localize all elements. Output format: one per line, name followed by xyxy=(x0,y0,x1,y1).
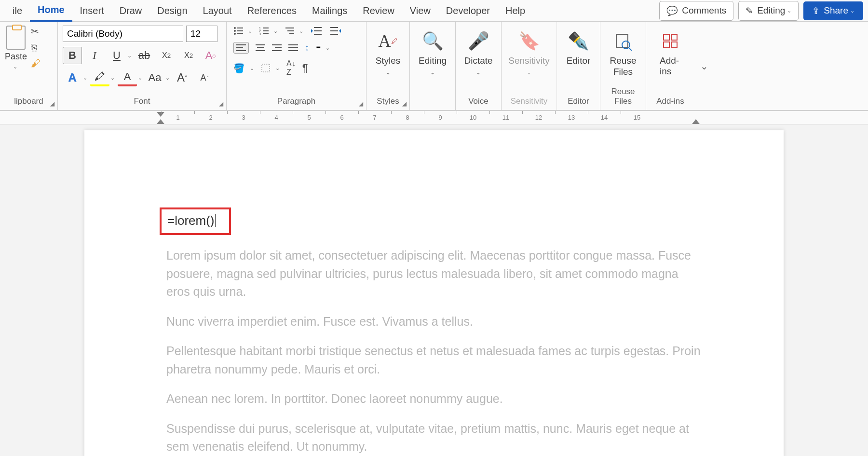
ruler-marks: 123456789101112131415 xyxy=(162,114,653,121)
highlight-button[interactable]: 🖍 xyxy=(90,69,109,86)
chevron-down-icon: ⌄ xyxy=(850,8,854,14)
justify-button[interactable] xyxy=(288,44,298,52)
highlight-box: =lorem() xyxy=(160,207,231,235)
microphone-icon: 🎤 xyxy=(468,29,489,53)
editor-button[interactable]: ✒️ Editor xyxy=(562,26,595,70)
chevron-down-icon[interactable]: ⌄ xyxy=(248,28,252,34)
superscript-button[interactable]: X2 xyxy=(179,47,198,64)
dialog-launcher-icon[interactable]: ◢ xyxy=(219,100,223,107)
search-icon: 🔍 xyxy=(422,29,444,53)
tab-home[interactable]: Home xyxy=(30,0,72,22)
collapse-ribbon-button[interactable]: ⌄ xyxy=(694,22,714,110)
chevron-down-icon[interactable]: ⌄ xyxy=(165,75,170,81)
font-name-select[interactable] xyxy=(63,26,183,42)
clear-format-button[interactable]: A◇ xyxy=(201,47,220,64)
dialog-launcher-icon[interactable]: ◢ xyxy=(402,100,407,107)
tab-design[interactable]: Design xyxy=(149,0,195,21)
cut-icon[interactable]: ✂ xyxy=(31,26,41,37)
sensitivity-icon: 🔖 xyxy=(518,29,540,53)
chevron-down-icon[interactable]: ⌄ xyxy=(83,75,87,81)
svg-point-4 xyxy=(234,33,236,35)
chevron-down-icon[interactable]: ⌄ xyxy=(13,64,17,70)
svg-marker-22 xyxy=(339,29,341,33)
tab-mailings[interactable]: Mailings xyxy=(304,0,355,21)
svg-rect-41 xyxy=(664,42,669,48)
share-button[interactable]: ⇪ Share ⌄ xyxy=(803,1,863,20)
paragraph-2: Nunc viverra imperdiet enim. Fusce est. … xyxy=(166,313,702,331)
change-case-button[interactable]: Aa xyxy=(145,69,164,86)
group-label-editor: Editor xyxy=(562,95,595,108)
tab-file[interactable]: ile xyxy=(5,0,30,21)
bullets-button[interactable] xyxy=(233,27,243,35)
tab-developer[interactable]: Developer xyxy=(438,0,498,21)
tab-help[interactable]: Help xyxy=(498,0,533,21)
increase-indent-button[interactable] xyxy=(329,26,342,36)
tab-insert[interactable]: Insert xyxy=(72,0,112,21)
strikethrough-button[interactable]: ab xyxy=(135,47,154,64)
chevron-down-icon[interactable]: ⌄ xyxy=(138,75,142,81)
text-effects-button[interactable]: A xyxy=(63,69,82,86)
tab-references[interactable]: References xyxy=(240,0,304,21)
comment-icon: 💬 xyxy=(666,5,678,16)
group-editor: ✒️ Editor Editor xyxy=(557,22,600,110)
shrink-font-button[interactable]: A˅ xyxy=(195,69,214,86)
group-label-voice: Voice xyxy=(461,95,496,108)
tab-review[interactable]: Review xyxy=(355,0,402,21)
dialog-launcher-icon[interactable]: ◢ xyxy=(50,100,54,107)
multilevel-list-button[interactable] xyxy=(285,27,294,35)
svg-text:3: 3 xyxy=(259,32,261,35)
editing-mode-button[interactable]: ✎ Editing ⌄ xyxy=(738,1,799,21)
chevron-down-icon[interactable]: ⌄ xyxy=(250,65,254,71)
editing-button[interactable]: 🔍 Editing ⌄ xyxy=(415,26,450,80)
svg-line-38 xyxy=(629,48,632,51)
page[interactable]: =lorem() Lorem ipsum dolor sit amet, con… xyxy=(84,130,784,456)
subscript-button[interactable]: X2 xyxy=(157,47,176,64)
tab-draw[interactable]: Draw xyxy=(112,0,150,21)
formula-text[interactable]: =lorem() xyxy=(167,213,215,228)
numbering-button[interactable]: 123 xyxy=(259,27,269,35)
chevron-down-icon[interactable]: ⌄ xyxy=(326,45,330,51)
format-painter-icon[interactable]: 🖌 xyxy=(31,58,41,69)
chevron-down-icon[interactable]: ⌄ xyxy=(273,28,278,34)
bold-button[interactable]: B xyxy=(63,47,82,64)
svg-point-0 xyxy=(234,27,236,29)
align-left-button[interactable] xyxy=(233,42,249,54)
align-right-button[interactable] xyxy=(272,44,282,52)
styles-button[interactable]: A🖊 Styles ⌄ xyxy=(371,26,405,80)
group-sensitivity: 🔖 Sensitivity ⌄ Sensitivity xyxy=(502,22,557,110)
reuse-files-button[interactable]: Reuse Files xyxy=(605,26,641,82)
dictate-button[interactable]: 🎤 Dictate ⌄ xyxy=(461,26,496,80)
italic-button[interactable]: I xyxy=(85,47,104,64)
chevron-down-icon[interactable]: ⌄ xyxy=(299,28,303,34)
chevron-down-icon: ⌄ xyxy=(476,69,481,76)
group-label-paragraph: Paragraph xyxy=(231,95,361,108)
dialog-launcher-icon[interactable]: ◢ xyxy=(359,100,363,107)
tab-view[interactable]: View xyxy=(402,0,438,21)
grow-font-button[interactable]: A˄ xyxy=(173,69,192,86)
copy-icon[interactable]: ⎘ xyxy=(31,42,41,53)
font-color-button[interactable]: A xyxy=(118,69,137,86)
comments-button[interactable]: 💬 Comments xyxy=(659,1,733,21)
show-marks-button[interactable]: ¶ xyxy=(302,62,308,74)
right-indent-marker[interactable] xyxy=(692,119,700,124)
group-label-styles: Styles xyxy=(371,95,405,108)
underline-button[interactable]: U xyxy=(107,47,126,64)
decrease-indent-button[interactable] xyxy=(310,26,323,36)
clipboard-icon xyxy=(6,26,26,50)
shading-button[interactable]: 🪣 xyxy=(233,63,245,74)
paragraph-5: Suspendisse dui purus, scelerisque at, v… xyxy=(166,420,702,456)
chevron-down-icon[interactable]: ⌄ xyxy=(110,75,115,81)
ruler[interactable]: 123456789101112131415 xyxy=(0,111,868,124)
borders-button[interactable] xyxy=(261,63,271,73)
align-center-button[interactable] xyxy=(256,44,265,52)
paste-button[interactable]: Paste xyxy=(5,52,27,62)
group-label-sensitivity: Sensitivity xyxy=(506,95,552,108)
svg-rect-35 xyxy=(262,64,270,72)
addins-button[interactable]: Add-ins xyxy=(651,26,690,81)
sort-button[interactable]: A↓Z xyxy=(286,59,296,77)
font-size-select[interactable] xyxy=(186,26,217,42)
chevron-down-icon[interactable]: ⌄ xyxy=(275,65,280,71)
chevron-down-icon[interactable]: ⌄ xyxy=(127,53,132,59)
tab-layout[interactable]: Layout xyxy=(195,0,240,21)
line-spacing-button[interactable]: ↕ xyxy=(305,42,310,53)
